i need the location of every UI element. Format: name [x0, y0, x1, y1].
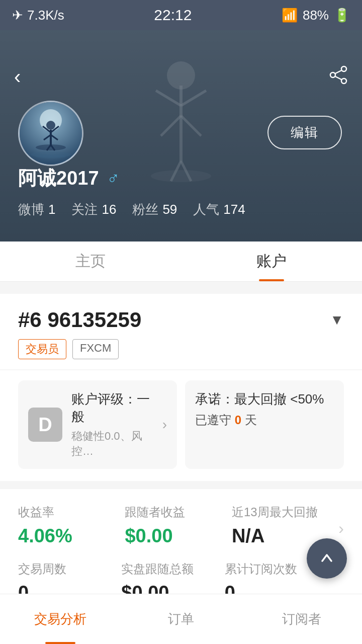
tab-homepage-label: 主页 — [75, 251, 106, 272]
stat-yield-value: 4.06% — [18, 525, 125, 547]
rating-title: 账户评级：一般 — [71, 390, 153, 426]
stat-yield-label: 收益率 — [18, 504, 125, 520]
stat-max-drawdown-label: 近13周最大回撤 — [232, 504, 338, 520]
stat-follow-label: 关注 — [71, 201, 98, 218]
promise-days-label: 已遵守 — [195, 413, 231, 427]
profile-bg-figure — [131, 45, 231, 186]
main-content: #6 96135259 ▼ 交易员 FXCM D 账户评级：一般 稳健性0.0、… — [0, 282, 362, 644]
svg-point-26 — [36, 154, 66, 158]
svg-line-3 — [181, 116, 201, 136]
stat-follower-profit: 跟随者收益 $0.00 — [125, 504, 231, 547]
edit-button[interactable]: 编辑 — [267, 116, 342, 149]
promise-days-unit: 天 — [245, 413, 257, 427]
stat-popularity-label: 人气 — [193, 201, 219, 218]
battery-level: 88% — [303, 8, 329, 23]
bottom-nav-trade-analysis[interactable]: 交易分析 — [0, 594, 121, 644]
account-id-row: #6 96135259 ▼ — [18, 308, 344, 332]
bottom-nav-subscribers[interactable]: 订阅者 — [241, 594, 362, 644]
bottom-nav: 交易分析 订单 订阅者 — [0, 594, 362, 644]
battery-icon: 🔋 — [334, 8, 350, 23]
stat-follow-value: 16 — [102, 202, 116, 217]
status-right: 📶 88% 🔋 — [282, 8, 350, 23]
stat-weibo: 微博 1 — [18, 201, 55, 218]
stat-follower-profit-value: $0.00 — [125, 525, 231, 547]
svg-point-9 — [341, 66, 346, 71]
stat-weibo-value: 1 — [48, 202, 55, 217]
rating-section: D 账户评级：一般 稳健性0.0、风控… › 承诺：最大回撤 <50% 已遵守 … — [0, 370, 362, 481]
status-bar: ✈ 7.3K/s 22:12 📶 88% 🔋 — [0, 0, 362, 30]
bottom-nav-subscribers-label: 订阅者 — [282, 610, 321, 628]
promise-title: 承诺：最大回撤 <50% — [195, 390, 334, 408]
avatar — [18, 101, 83, 166]
stat-follower-profit-label: 跟随者收益 — [125, 504, 231, 520]
svg-line-2 — [161, 116, 181, 136]
bottom-nav-active-underline — [45, 642, 75, 644]
stats-row-1: 收益率 4.06% 跟随者收益 $0.00 近13周最大回撤 N/A › — [18, 504, 344, 547]
profile-header: ‹ — [0, 30, 362, 242]
svg-line-12 — [335, 70, 341, 73]
stat-fans-label: 粉丝 — [132, 201, 158, 218]
gender-icon: ♂ — [107, 169, 120, 188]
account-tags: 交易员 FXCM — [18, 339, 344, 359]
bottom-nav-orders[interactable]: 订单 — [121, 594, 241, 644]
stat-fans-value: 59 — [162, 202, 177, 217]
tab-homepage[interactable]: 主页 — [0, 242, 181, 281]
username-row: 阿诚2017 ♂ — [18, 166, 120, 191]
stat-popularity: 人气 174 — [193, 201, 245, 218]
account-dropdown-arrow[interactable]: ▼ — [330, 312, 344, 328]
tag-trader: 交易员 — [18, 339, 66, 359]
svg-point-11 — [341, 78, 346, 84]
svg-line-7 — [156, 91, 181, 106]
rating-info: 账户评级：一般 稳健性0.0、风控… — [71, 390, 153, 459]
account-id-text: #6 96135259 — [18, 308, 141, 332]
stat-live-follow-label: 实盘跟随总额 — [121, 561, 224, 577]
tab-account[interactable]: 账户 — [181, 242, 362, 281]
tab-active-underline — [259, 279, 284, 281]
rating-card[interactable]: D 账户评级：一般 稳健性0.0、风控… › — [18, 380, 177, 469]
share-button[interactable] — [329, 65, 348, 89]
account-id-prefix: #6 — [18, 308, 42, 332]
bottom-nav-orders-label: 订单 — [168, 610, 194, 628]
svg-point-22 — [46, 121, 55, 130]
tabs-bar: 主页 账户 — [0, 242, 362, 282]
promise-days-count: 0 — [235, 413, 241, 427]
bottom-nav-trade-analysis-label: 交易分析 — [34, 610, 86, 628]
stat-weibo-label: 微博 — [18, 201, 44, 218]
profile-stats-row: 微博 1 关注 16 粉丝 59 人气 174 — [18, 201, 261, 218]
back-button[interactable]: ‹ — [14, 65, 21, 88]
svg-line-13 — [335, 76, 341, 79]
stat-yield: 收益率 4.06% — [18, 504, 125, 547]
stat-trade-weeks-label: 交易周数 — [18, 561, 121, 577]
promise-card: 承诺：最大回撤 <50% 已遵守 0 天 — [185, 380, 344, 469]
rating-badge: D — [28, 408, 62, 442]
svg-point-10 — [330, 72, 335, 77]
rating-sub: 稳健性0.0、风控… — [71, 429, 153, 459]
status-left: ✈ 7.3K/s — [12, 8, 64, 23]
airplane-icon: ✈ — [12, 8, 23, 23]
rating-cards: D 账户评级：一般 稳健性0.0、风控… › 承诺：最大回撤 <50% 已遵守 … — [18, 380, 344, 469]
stat-fans: 粉丝 59 — [132, 201, 177, 218]
status-time: 22:12 — [154, 7, 192, 24]
scroll-top-button[interactable] — [307, 538, 347, 579]
network-speed: 7.3K/s — [27, 8, 64, 23]
svg-point-0 — [151, 170, 211, 182]
svg-point-6 — [167, 61, 195, 90]
username: 阿诚2017 — [18, 166, 99, 191]
promise-days: 已遵守 0 天 — [195, 412, 334, 428]
svg-line-8 — [181, 91, 206, 106]
wifi-icon: 📶 — [282, 8, 298, 23]
stat-popularity-value: 174 — [223, 202, 245, 217]
tab-account-label: 账户 — [256, 251, 287, 272]
stat-follow: 关注 16 — [71, 201, 116, 218]
rating-arrow-icon: › — [162, 417, 167, 433]
tag-fxcm: FXCM — [72, 339, 119, 359]
account-id-section: #6 96135259 ▼ 交易员 FXCM — [0, 294, 362, 369]
account-id-number: 96135259 — [47, 308, 141, 332]
stats-row1-arrow[interactable]: › — [338, 504, 344, 538]
